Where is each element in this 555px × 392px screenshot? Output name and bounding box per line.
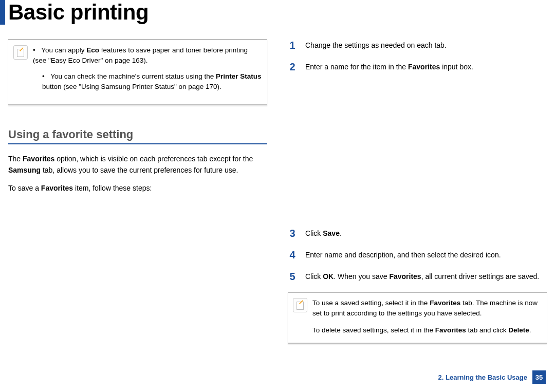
text: Enter a name for the item in the [305,63,408,71]
text: You can check the machine's current stat… [50,72,216,80]
bold-text: OK [323,272,334,281]
bold-text: Favorites [430,299,460,307]
bold-text: Eco [86,46,99,54]
text: input box. [440,63,473,71]
step-item: 5 Click OK. When you save Favorites, all… [288,270,547,283]
note-box-eco: You can apply Eco features to save paper… [8,39,267,105]
note-icon [293,298,307,312]
bold-text: Delete [508,326,529,334]
text: . [529,326,531,334]
text: To use a saved setting, select it in the [312,299,430,307]
note-item: You can apply Eco features to save paper… [33,45,262,66]
text: item, follow these steps: [73,184,152,192]
text: Enter name and description, and then sel… [305,251,501,259]
content-columns: You can apply Eco features to save paper… [0,27,555,344]
step-text: Enter a name for the item in the Favorit… [305,61,547,73]
bold-text: Favorites [23,155,54,163]
text: . [340,229,342,237]
paragraph: To save a Favorites item, follow these s… [8,183,267,194]
step-number: 5 [288,270,297,283]
text: Click [305,272,323,281]
bold-text: Samsung [8,166,41,174]
text: You can apply [41,46,86,54]
text: tab and click [466,326,509,334]
bold-text: Favorites [389,272,421,281]
page-number-badge: 35 [532,370,546,384]
step-text: Enter name and description, and then sel… [305,249,547,261]
step-text: Click OK. When you save Favorites, all c… [305,270,547,283]
note-box-favorites: To use a saved setting, select it in the… [288,292,547,344]
title-accent-bar [0,0,5,25]
step-item: 3 Click Save. [288,227,547,239]
footer-chapter: 2. Learning the Basic Usage [438,374,527,381]
section-heading: Using a favorite setting [8,128,267,144]
text: . When you save [334,272,389,281]
step-text: Click Save. [305,227,547,239]
step-item: 2 Enter a name for the item in the Favor… [288,61,547,73]
text: To save a [8,184,41,192]
page-title: Basic printing [8,0,149,25]
text: Change the settings as needed on each ta… [305,41,447,49]
step-item: 1 Change the settings as needed on each … [288,39,547,51]
step-number: 1 [288,39,297,51]
bold-text: Favorites [41,184,73,192]
step-number: 3 [288,227,297,239]
note-item: You can check the machine's current stat… [33,71,262,92]
bold-text: Save [323,229,340,237]
paragraph: The Favorites option, which is visible o… [8,154,267,176]
step-number: 4 [288,249,297,261]
text: , all current driver settings are saved. [421,272,540,281]
text: tab, allows you to save the current pref… [41,166,238,174]
step-item: 4 Enter name and description, and then s… [288,249,547,261]
text: option, which is visible on each prefere… [54,155,253,163]
step-number: 2 [288,61,297,73]
text: button (see "Using Samsung Printer Statu… [42,83,221,90]
right-column: 1 Change the settings as needed on each … [288,39,547,344]
bold-text: Printer Status [216,72,262,80]
page-footer: 2. Learning the Basic Usage 35 [438,370,546,384]
text: Click [305,229,323,237]
bold-text: Favorites [435,326,466,334]
note-icon [13,45,28,60]
text: To delete saved settings, select it in t… [312,326,435,334]
text: The [8,155,23,163]
note-body: To use a saved setting, select it in the… [312,298,542,335]
bold-text: Favorites [408,63,440,71]
page-title-bar: Basic printing [0,0,555,27]
note-body: You can apply Eco features to save paper… [33,45,262,97]
step-text: Change the settings as needed on each ta… [305,39,547,51]
left-column: You can apply Eco features to save paper… [8,39,267,344]
